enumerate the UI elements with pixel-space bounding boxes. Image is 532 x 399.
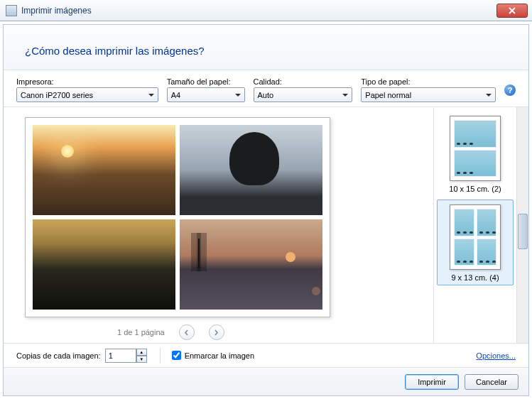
printer-label: Impresora: (16, 77, 158, 86)
chevron-right-icon (214, 329, 219, 336)
app-icon (6, 5, 17, 16)
button-row: Imprimir Cancelar (4, 367, 528, 395)
layout-list: 10 x 15 cm. (2) 9 x 13 cm. (4) (434, 107, 516, 343)
close-icon (509, 7, 516, 14)
papersize-label: Tamaño del papel: (167, 77, 245, 86)
frame-checkbox-label: Enmarcar la imagen (185, 351, 254, 360)
prev-page-button[interactable] (179, 324, 195, 340)
copies-spinner: ▲ ▼ (105, 349, 147, 363)
help-icon[interactable]: ? (504, 84, 516, 96)
layout-label-9x13: 9 x 13 cm. (4) (451, 273, 499, 282)
papertype-select[interactable]: Papel normal (361, 87, 496, 102)
settings-row: Impresora: Canon iP2700 series Tamaño de… (4, 70, 528, 106)
frame-checkbox-wrap[interactable]: Enmarcar la imagen (172, 351, 254, 360)
copies-increment[interactable]: ▲ (136, 349, 147, 356)
preview-image-2 (180, 125, 322, 215)
copies-label: Copias de cada imagen: (16, 351, 101, 360)
close-button[interactable] (496, 4, 528, 18)
layout-option-10x15[interactable]: 10 x 15 cm. (2) (437, 111, 514, 197)
print-button[interactable]: Imprimir (405, 374, 459, 390)
preview-image-1 (33, 125, 175, 215)
options-link[interactable]: Opciones... (476, 351, 516, 360)
page-title: ¿Cómo desea imprimir las imágenes? (25, 45, 507, 57)
pager: 1 de 1 página (25, 317, 433, 340)
titlebar: Imprimir imágenes (0, 0, 532, 21)
quality-select[interactable]: Auto (254, 87, 353, 102)
window-title: Imprimir imágenes (21, 6, 496, 16)
next-page-button[interactable] (209, 324, 224, 340)
pager-text: 1 de 1 página (117, 328, 165, 337)
copies-decrement[interactable]: ▼ (136, 356, 147, 363)
page-preview (25, 117, 330, 317)
options-row: Copias de cada imagen: ▲ ▼ Enmarcar la i… (4, 343, 528, 367)
cancel-button[interactable]: Cancelar (465, 374, 519, 390)
chevron-left-icon (184, 329, 189, 336)
preview-image-4 (180, 219, 322, 310)
preview-area: 1 de 1 página (4, 107, 433, 343)
preview-image-3 (33, 219, 175, 310)
layout-scrollbar[interactable] (516, 107, 528, 343)
layout-thumb-4up (450, 204, 501, 270)
layout-pane: 10 x 15 cm. (2) 9 x 13 cm. (4) (433, 107, 528, 343)
layout-thumb-2up (450, 116, 501, 181)
frame-checkbox[interactable] (172, 351, 181, 360)
separator (160, 348, 161, 364)
copies-input[interactable] (105, 349, 136, 363)
papertype-label: Tipo de papel: (361, 77, 496, 86)
scrollbar-thumb[interactable] (518, 214, 528, 249)
quality-label: Calidad: (254, 77, 353, 86)
layout-label-10x15: 10 x 15 cm. (2) (449, 185, 501, 193)
papersize-select[interactable]: A4 (167, 87, 245, 102)
printer-select[interactable]: Canon iP2700 series (16, 87, 158, 102)
layout-option-9x13[interactable]: 9 x 13 cm. (4) (437, 200, 514, 285)
header-section: ¿Cómo desea imprimir las imágenes? (4, 25, 528, 70)
